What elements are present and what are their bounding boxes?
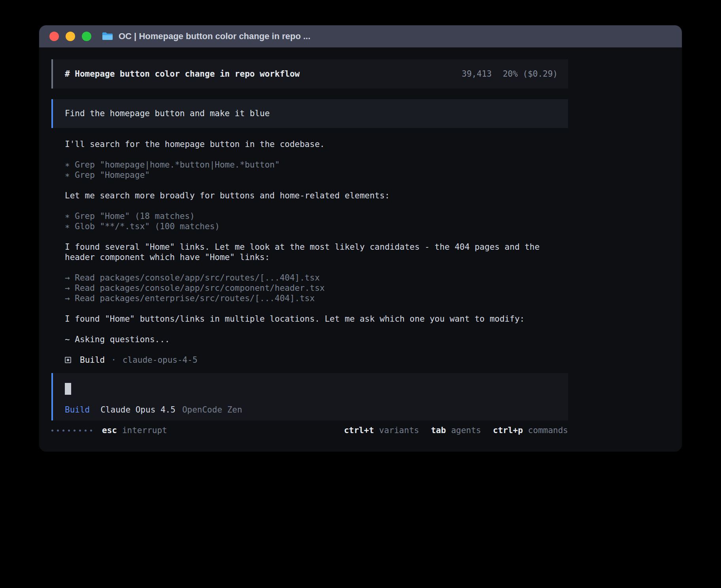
status-bar: esc interrupt ctrl+t variants tab agents… (51, 425, 568, 435)
folder-icon (102, 32, 113, 41)
tool-call-read: → Read packages/console/app/src/componen… (65, 283, 556, 293)
assistant-text: I'll search for the homepage button in t… (65, 139, 556, 149)
agent-status-row: Build · claude-opus-4-5 (65, 355, 556, 365)
zoom-button[interactable] (82, 32, 91, 41)
provider-label: OpenCode Zen (182, 405, 242, 415)
session-title: # Homepage button color change in repo w… (65, 69, 300, 79)
ctrl-t-key: ctrl+t (344, 425, 374, 435)
close-button[interactable] (49, 32, 59, 41)
tool-call-read: → Read packages/console/app/src/routes/[… (65, 273, 556, 283)
titlebar[interactable]: OC | Homepage button color change in rep… (39, 25, 682, 47)
model-label: Claude Opus 4.5 (100, 405, 176, 415)
assistant-text: I found "Home" buttons/links in multiple… (65, 314, 556, 324)
context-cost: 20% ($0.29) (503, 69, 558, 79)
assistant-text: Let me search more broadly for buttons a… (65, 190, 556, 201)
terminal-content: # Homepage button color change in repo w… (51, 59, 568, 435)
tool-call-glob: ∗ Glob "**/*.tsx" (100 matches) (65, 221, 556, 232)
tool-call-grep: ∗ Grep "Homepage" (65, 170, 556, 180)
assistant-text: I found several "Home" links. Let me loo… (65, 242, 556, 262)
window-controls (49, 32, 91, 41)
shortcut-interrupt: esc interrupt (102, 425, 167, 435)
user-message-text: Find the homepage button and make it blu… (65, 109, 270, 118)
agent-name: Build (80, 355, 105, 365)
session-header: # Homepage button color change in repo w… (51, 59, 568, 89)
commands-label: commands (528, 425, 568, 435)
status-asking-questions: ~ Asking questions... (65, 334, 556, 345)
agents-label: agents (451, 425, 481, 435)
status-left: esc interrupt (51, 425, 167, 435)
prompt-input[interactable]: Build Claude Opus 4.5 OpenCode Zen (51, 373, 568, 420)
tool-call-grep: ∗ Grep "Home" (18 matches) (65, 211, 556, 221)
interrupt-label: interrupt (122, 425, 167, 435)
minimize-button[interactable] (66, 32, 75, 41)
agent-model: claude-opus-4-5 (123, 355, 198, 365)
terminal-window: OC | Homepage button color change in rep… (39, 25, 682, 452)
conversation: I'll search for the homepage button in t… (51, 139, 556, 365)
shortcut-agents: tab agents (431, 425, 481, 435)
shortcut-variants: ctrl+t variants (344, 425, 419, 435)
variants-label: variants (379, 425, 419, 435)
status-right: ctrl+t variants tab agents ctrl+p comman… (344, 425, 568, 435)
text-cursor (65, 383, 71, 395)
tool-call-read: → Read packages/enterprise/src/routes/[.… (65, 293, 556, 303)
user-message: Find the homepage button and make it blu… (51, 99, 568, 128)
tab-key: tab (431, 425, 446, 435)
session-stats: 39,413 20% ($0.29) (462, 69, 558, 79)
esc-key: esc (102, 425, 117, 435)
model-row: Build Claude Opus 4.5 OpenCode Zen (65, 405, 558, 415)
shortcut-commands: ctrl+p commands (493, 425, 568, 435)
agent-mode-label: Build (65, 405, 90, 415)
ctrl-p-key: ctrl+p (493, 425, 523, 435)
spinner-dots (51, 430, 92, 432)
agent-icon (65, 357, 71, 363)
tool-call-grep: ∗ Grep "homepage|home.*button|Home.*butt… (65, 160, 556, 170)
token-count: 39,413 (462, 69, 492, 79)
agent-separator: · (111, 355, 116, 365)
window-title: OC | Homepage button color change in rep… (119, 31, 310, 41)
